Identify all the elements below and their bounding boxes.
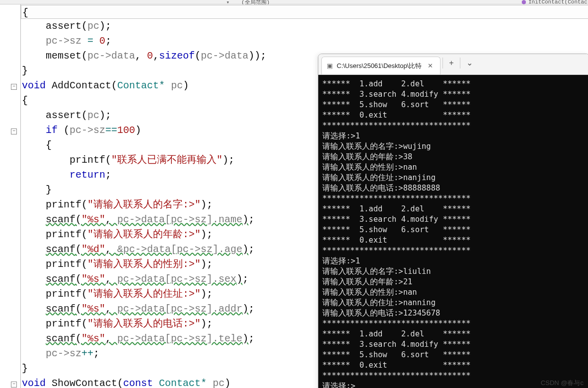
new-tab-button[interactable]: +: [445, 59, 457, 70]
terminal-icon: ▣: [327, 62, 333, 69]
editor-gutter: −−−: [0, 4, 21, 388]
close-icon[interactable]: ✕: [426, 62, 435, 69]
code-line[interactable]: {: [21, 5, 588, 19]
code-line[interactable]: pc->sz = 0;: [22, 34, 588, 49]
terminal-tab[interactable]: ▣ C:\Users\25061\Desktop\比特 ✕: [321, 57, 441, 74]
fold-toggle[interactable]: −: [11, 382, 17, 388]
tab-divider: [460, 58, 460, 68]
terminal-tab-title: C:\Users\25061\Desktop\比特: [337, 62, 422, 70]
fold-toggle[interactable]: −: [11, 129, 17, 134]
fold-toggle[interactable]: −: [11, 84, 17, 90]
tab-dropdown-icon[interactable]: ⌄: [462, 58, 477, 70]
scope-toolbar: ▾ (全局范围) ⬢ InitContact(Contac: [0, 0, 588, 4]
terminal-titlebar: ▣ C:\Users\25061\Desktop\比特 ✕ + ⌄: [318, 54, 588, 75]
watermark-text: CSDN @春与c: [541, 379, 584, 388]
code-line[interactable]: assert(pc);: [22, 19, 588, 34]
terminal-body[interactable]: ****** 1.add 2.del ****** ****** 3.searc…: [318, 75, 588, 388]
tab-divider: [442, 58, 443, 68]
terminal-window: ▣ C:\Users\25061\Desktop\比特 ✕ + ⌄ ******…: [318, 54, 588, 388]
